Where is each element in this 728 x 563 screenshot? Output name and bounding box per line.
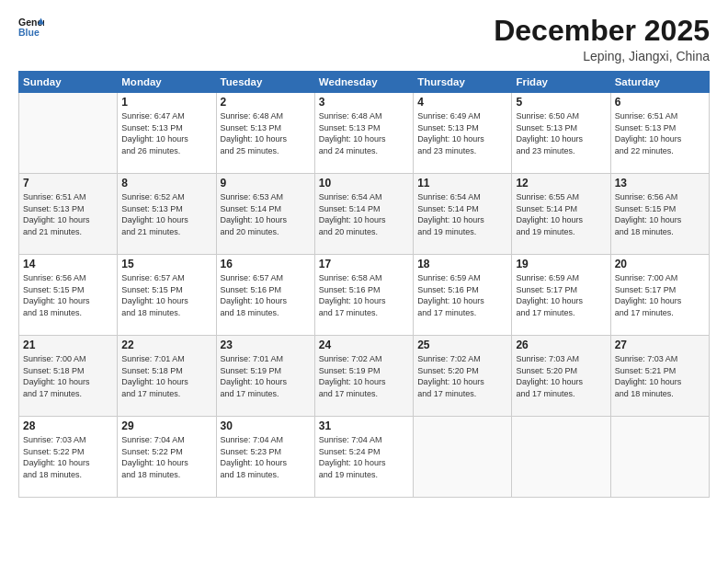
day-number: 17 <box>319 258 409 270</box>
day-number: 30 <box>221 419 311 432</box>
day-number: 19 <box>516 258 606 270</box>
day-info: Sunrise: 6:53 AM Sunset: 5:14 PM Dayligh… <box>221 191 311 237</box>
calendar-cell: 20Sunrise: 7:00 AM Sunset: 5:17 PM Dayli… <box>610 255 709 336</box>
calendar-cell: 4Sunrise: 6:49 AM Sunset: 5:13 PM Daylig… <box>414 93 512 174</box>
col-wednesday: Wednesday <box>314 72 413 93</box>
day-number: 26 <box>516 339 606 351</box>
day-info: Sunrise: 7:03 AM Sunset: 5:22 PM Dayligh… <box>23 434 113 480</box>
location: Leping, Jiangxi, China <box>494 49 710 63</box>
day-info: Sunrise: 6:47 AM Sunset: 5:13 PM Dayligh… <box>121 110 211 156</box>
day-number: 12 <box>516 177 606 190</box>
day-number: 9 <box>221 177 311 190</box>
day-info: Sunrise: 7:03 AM Sunset: 5:21 PM Dayligh… <box>615 353 705 399</box>
col-thursday: Thursday <box>414 72 512 93</box>
day-info: Sunrise: 6:52 AM Sunset: 5:13 PM Dayligh… <box>121 191 211 237</box>
day-number: 31 <box>319 419 409 432</box>
day-number: 28 <box>23 419 113 432</box>
calendar-cell: 26Sunrise: 7:03 AM Sunset: 5:20 PM Dayli… <box>512 336 610 417</box>
day-info: Sunrise: 6:56 AM Sunset: 5:15 PM Dayligh… <box>615 191 705 237</box>
day-number: 5 <box>516 96 606 109</box>
calendar-week-4: 21Sunrise: 7:00 AM Sunset: 5:18 PM Dayli… <box>19 336 710 417</box>
header: General Blue December 2025 Leping, Jiang… <box>18 15 710 63</box>
calendar-cell: 5Sunrise: 6:50 AM Sunset: 5:13 PM Daylig… <box>512 93 610 174</box>
day-info: Sunrise: 6:55 AM Sunset: 5:14 PM Dayligh… <box>516 191 606 237</box>
day-info: Sunrise: 7:03 AM Sunset: 5:20 PM Dayligh… <box>516 353 606 399</box>
logo: General Blue <box>18 15 44 40</box>
day-info: Sunrise: 6:51 AM Sunset: 5:13 PM Dayligh… <box>615 110 705 156</box>
day-number: 4 <box>417 96 507 109</box>
day-info: Sunrise: 6:56 AM Sunset: 5:15 PM Dayligh… <box>23 272 113 318</box>
calendar-cell: 12Sunrise: 6:55 AM Sunset: 5:14 PM Dayli… <box>512 174 610 255</box>
day-number: 13 <box>615 177 705 190</box>
calendar-cell <box>414 417 512 498</box>
page: General Blue December 2025 Leping, Jiang… <box>0 0 728 563</box>
day-info: Sunrise: 6:48 AM Sunset: 5:13 PM Dayligh… <box>221 110 311 156</box>
calendar-cell: 16Sunrise: 6:57 AM Sunset: 5:16 PM Dayli… <box>216 255 314 336</box>
calendar: Sunday Monday Tuesday Wednesday Thursday… <box>18 71 710 498</box>
calendar-cell: 13Sunrise: 6:56 AM Sunset: 5:15 PM Dayli… <box>610 174 709 255</box>
calendar-cell: 15Sunrise: 6:57 AM Sunset: 5:15 PM Dayli… <box>118 255 216 336</box>
calendar-cell <box>19 93 118 174</box>
day-info: Sunrise: 7:02 AM Sunset: 5:20 PM Dayligh… <box>417 353 507 399</box>
day-number: 7 <box>23 177 113 190</box>
calendar-week-5: 28Sunrise: 7:03 AM Sunset: 5:22 PM Dayli… <box>19 417 710 498</box>
calendar-cell: 10Sunrise: 6:54 AM Sunset: 5:14 PM Dayli… <box>314 174 413 255</box>
calendar-cell: 11Sunrise: 6:54 AM Sunset: 5:14 PM Dayli… <box>414 174 512 255</box>
col-sunday: Sunday <box>19 72 118 93</box>
calendar-cell: 19Sunrise: 6:59 AM Sunset: 5:17 PM Dayli… <box>512 255 610 336</box>
calendar-cell: 3Sunrise: 6:48 AM Sunset: 5:13 PM Daylig… <box>314 93 413 174</box>
calendar-cell: 23Sunrise: 7:01 AM Sunset: 5:19 PM Dayli… <box>216 336 314 417</box>
day-info: Sunrise: 7:01 AM Sunset: 5:19 PM Dayligh… <box>221 353 311 399</box>
day-number: 10 <box>319 177 409 190</box>
day-info: Sunrise: 6:51 AM Sunset: 5:13 PM Dayligh… <box>23 191 113 237</box>
day-number: 24 <box>319 339 409 351</box>
day-info: Sunrise: 7:01 AM Sunset: 5:18 PM Dayligh… <box>121 353 211 399</box>
day-info: Sunrise: 6:59 AM Sunset: 5:16 PM Dayligh… <box>417 272 507 318</box>
day-number: 25 <box>417 339 507 351</box>
calendar-week-3: 14Sunrise: 6:56 AM Sunset: 5:15 PM Dayli… <box>19 255 710 336</box>
calendar-cell: 7Sunrise: 6:51 AM Sunset: 5:13 PM Daylig… <box>19 174 118 255</box>
day-number: 22 <box>121 339 211 351</box>
day-info: Sunrise: 6:57 AM Sunset: 5:16 PM Dayligh… <box>221 272 311 318</box>
day-info: Sunrise: 7:00 AM Sunset: 5:18 PM Dayligh… <box>23 353 113 399</box>
col-saturday: Saturday <box>610 72 709 93</box>
day-info: Sunrise: 7:04 AM Sunset: 5:22 PM Dayligh… <box>121 434 211 480</box>
day-number: 14 <box>23 258 113 270</box>
calendar-cell: 18Sunrise: 6:59 AM Sunset: 5:16 PM Dayli… <box>414 255 512 336</box>
day-info: Sunrise: 6:59 AM Sunset: 5:17 PM Dayligh… <box>516 272 606 318</box>
calendar-cell: 1Sunrise: 6:47 AM Sunset: 5:13 PM Daylig… <box>118 93 216 174</box>
day-info: Sunrise: 7:04 AM Sunset: 5:23 PM Dayligh… <box>221 434 311 480</box>
month-title: December 2025 <box>494 15 710 47</box>
day-number: 16 <box>221 258 311 270</box>
calendar-cell: 8Sunrise: 6:52 AM Sunset: 5:13 PM Daylig… <box>118 174 216 255</box>
day-number: 15 <box>121 258 211 270</box>
calendar-cell: 14Sunrise: 6:56 AM Sunset: 5:15 PM Dayli… <box>19 255 118 336</box>
calendar-cell: 6Sunrise: 6:51 AM Sunset: 5:13 PM Daylig… <box>610 93 709 174</box>
day-info: Sunrise: 6:50 AM Sunset: 5:13 PM Dayligh… <box>516 110 606 156</box>
day-number: 29 <box>121 419 211 432</box>
day-number: 1 <box>121 96 211 109</box>
day-info: Sunrise: 7:02 AM Sunset: 5:19 PM Dayligh… <box>319 353 409 399</box>
day-info: Sunrise: 7:04 AM Sunset: 5:24 PM Dayligh… <box>319 434 409 480</box>
calendar-cell: 30Sunrise: 7:04 AM Sunset: 5:23 PM Dayli… <box>216 417 314 498</box>
day-number: 2 <box>221 96 311 109</box>
col-friday: Friday <box>512 72 610 93</box>
calendar-week-2: 7Sunrise: 6:51 AM Sunset: 5:13 PM Daylig… <box>19 174 710 255</box>
day-number: 23 <box>221 339 311 351</box>
calendar-week-1: 1Sunrise: 6:47 AM Sunset: 5:13 PM Daylig… <box>19 93 710 174</box>
day-number: 27 <box>615 339 705 351</box>
day-info: Sunrise: 6:58 AM Sunset: 5:16 PM Dayligh… <box>319 272 409 318</box>
calendar-cell: 25Sunrise: 7:02 AM Sunset: 5:20 PM Dayli… <box>414 336 512 417</box>
calendar-cell: 31Sunrise: 7:04 AM Sunset: 5:24 PM Dayli… <box>314 417 413 498</box>
day-info: Sunrise: 7:00 AM Sunset: 5:17 PM Dayligh… <box>615 272 705 318</box>
title-block: December 2025 Leping, Jiangxi, China <box>494 15 710 63</box>
calendar-cell: 22Sunrise: 7:01 AM Sunset: 5:18 PM Dayli… <box>118 336 216 417</box>
logo-icon: General Blue <box>18 15 44 40</box>
day-number: 18 <box>417 258 507 270</box>
day-number: 11 <box>417 177 507 190</box>
calendar-cell: 21Sunrise: 7:00 AM Sunset: 5:18 PM Dayli… <box>19 336 118 417</box>
day-info: Sunrise: 6:54 AM Sunset: 5:14 PM Dayligh… <box>319 191 409 237</box>
calendar-cell: 17Sunrise: 6:58 AM Sunset: 5:16 PM Dayli… <box>314 255 413 336</box>
calendar-cell <box>610 417 709 498</box>
calendar-cell: 9Sunrise: 6:53 AM Sunset: 5:14 PM Daylig… <box>216 174 314 255</box>
